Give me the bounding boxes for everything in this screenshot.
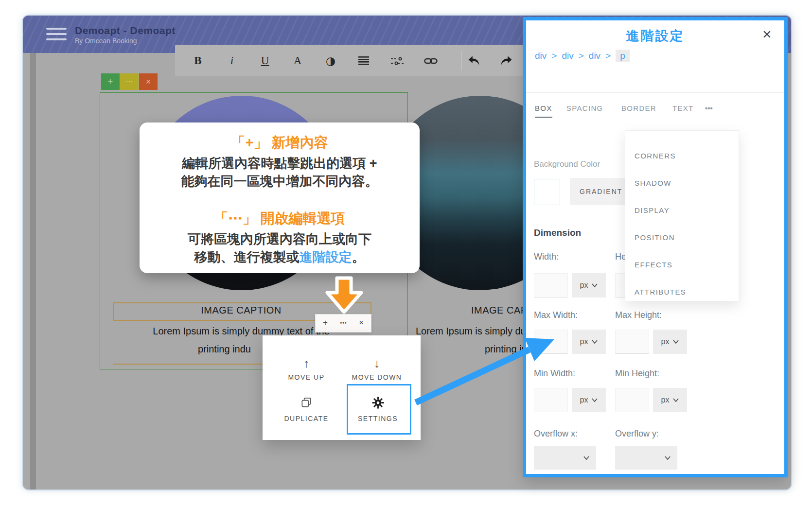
background-color-label: Background Color <box>534 159 600 169</box>
duplicate-icon <box>275 396 338 413</box>
width-unit-select[interactable]: px <box>572 273 606 298</box>
contrast-icon[interactable]: ◑ <box>321 52 340 69</box>
max-height-input[interactable] <box>615 330 649 354</box>
menu-item-move-down[interactable]: ↓ MOVE DOWN <box>345 355 408 381</box>
advanced-settings-panel: 進階設定 × div>div>div>p BOX SPACING BORDER … <box>523 17 788 477</box>
inline-more-button[interactable]: ⋯ <box>335 315 352 331</box>
block-delete-button[interactable]: × <box>139 73 158 90</box>
max-width-input[interactable] <box>534 330 568 354</box>
orange-pointer-arrow <box>321 276 368 316</box>
unit-label: px <box>661 396 670 404</box>
breadcrumb-item-p[interactable]: p <box>616 50 630 62</box>
unit-label: px <box>580 281 588 290</box>
block-context-menu: ↑ MOVE UP ↓ MOVE DOWN DUPLICATE <box>263 335 421 440</box>
tab-more-icon[interactable]: ••• <box>705 104 713 117</box>
underline-icon[interactable]: U <box>255 52 275 69</box>
hamburger-menu-icon[interactable] <box>46 28 67 41</box>
max-height-unit-select[interactable]: px <box>653 330 687 354</box>
width-label: Width: <box>534 252 559 262</box>
link-icon[interactable] <box>421 52 441 69</box>
dropdown-item-position[interactable]: POSITION <box>635 233 675 242</box>
callout-advanced-settings-link: 進階設定 <box>300 250 352 264</box>
panel-close-icon[interactable]: × <box>762 25 772 43</box>
min-height-label: Min Height: <box>615 368 659 379</box>
left-card-text-line2[interactable]: printing indu <box>198 344 251 355</box>
duplicate-label: DUPLICATE <box>275 415 338 422</box>
min-height-input[interactable] <box>615 388 649 412</box>
format-toolbar: B i U A ◑ <box>175 45 524 76</box>
breadcrumb-separator: > <box>551 51 557 61</box>
callout-heading-add: 「+」 新增內容 <box>140 133 420 153</box>
window-edge-shade <box>30 53 36 490</box>
overflow-y-select[interactable] <box>615 446 677 470</box>
max-width-unit-select[interactable]: px <box>572 330 606 354</box>
dropdown-item-effects[interactable]: EFFECTS <box>635 261 672 269</box>
color-swatch[interactable] <box>534 179 560 205</box>
breadcrumb-item-div1[interactable]: div <box>535 51 547 61</box>
dropdown-item-shadow[interactable]: SHADOW <box>635 179 671 187</box>
arrow-up-icon: ↑ <box>275 355 338 371</box>
chevron-down-icon <box>665 456 671 460</box>
move-down-label: MOVE DOWN <box>345 373 408 381</box>
chevron-down-icon <box>673 398 679 402</box>
arrow-down-icon: ↓ <box>345 355 408 371</box>
callout-line4-prefix: 移動、進行複製或 <box>194 250 300 264</box>
max-height-label: Max Height: <box>615 310 662 320</box>
bold-icon[interactable]: B <box>188 52 208 69</box>
sliders-icon[interactable] <box>388 52 407 69</box>
overflow-x-label: Overflow x: <box>534 429 578 439</box>
chevron-down-icon <box>592 398 598 402</box>
gear-icon <box>346 396 409 413</box>
width-input[interactable] <box>534 273 568 298</box>
dropdown-item-corners[interactable]: CORNERS <box>635 152 676 160</box>
breadcrumb-item-div2[interactable]: div <box>562 51 573 61</box>
more-tabs-dropdown: CORNERS SHADOW DISPLAY POSITION EFFECTS … <box>625 130 739 301</box>
tab-spacing[interactable]: SPACING <box>566 104 603 117</box>
chevron-down-icon <box>592 283 598 287</box>
callout-line4-suffix: 。 <box>352 250 365 264</box>
panel-divider <box>526 92 784 93</box>
justify-align-icon[interactable] <box>354 52 373 69</box>
inline-close-button[interactable]: × <box>353 315 370 331</box>
callout-text-line2: 能夠在同一區塊中增加不同內容。 <box>140 173 420 190</box>
callout-text-line1: 編輯所選內容時點擊跳出的選項 + <box>140 155 420 172</box>
block-add-button[interactable]: + <box>101 73 120 90</box>
dropdown-item-attributes[interactable]: ATTRIBUTES <box>635 288 686 296</box>
menu-item-settings[interactable]: SETTINGS <box>346 396 409 422</box>
block-more-button[interactable]: ⋯ <box>120 73 139 90</box>
menu-item-move-up[interactable]: ↑ MOVE UP <box>275 355 338 381</box>
tab-border[interactable]: BORDER <box>621 104 656 117</box>
inline-add-button[interactable]: + <box>317 315 334 331</box>
chevron-down-icon <box>583 456 589 460</box>
app-title: Demoapt - Demoapt <box>75 25 176 36</box>
breadcrumb-separator: > <box>579 51 584 61</box>
unit-label: px <box>580 337 588 346</box>
app-subtitle: By Omcean Booking <box>75 37 137 45</box>
unit-label: px <box>580 396 588 404</box>
undo-icon[interactable] <box>464 52 484 69</box>
dropdown-item-display[interactable]: DISPLAY <box>635 206 670 214</box>
unit-label: px <box>661 337 670 346</box>
min-width-label: Min Width: <box>534 368 575 379</box>
tab-box[interactable]: BOX <box>535 104 552 118</box>
chevron-down-icon <box>592 340 598 344</box>
callout-heading-more: 「⋯」 開啟編輯選項 <box>140 209 420 228</box>
chevron-down-icon <box>673 340 679 344</box>
min-width-input[interactable] <box>534 388 568 412</box>
move-up-label: MOVE UP <box>275 373 338 381</box>
callout-text-line3: 可將區塊內所選內容向上或向下 <box>140 230 420 248</box>
font-color-icon[interactable]: A <box>288 52 307 69</box>
menu-item-duplicate[interactable]: DUPLICATE <box>275 396 338 422</box>
tab-text[interactable]: TEXT <box>672 104 694 117</box>
inline-block-toolbar: + ⋯ × <box>315 314 371 332</box>
redo-icon[interactable] <box>496 52 516 69</box>
breadcrumb-item-div3[interactable]: div <box>589 51 600 61</box>
tutorial-callout: 「+」 新增內容 編輯所選內容時點擊跳出的選項 + 能夠在同一區塊中增加不同內容… <box>140 122 420 273</box>
min-width-unit-select[interactable]: px <box>572 388 606 412</box>
overflow-x-select[interactable] <box>534 446 596 470</box>
breadcrumb: div>div>div>p <box>535 51 630 61</box>
italic-icon[interactable]: i <box>222 52 242 69</box>
breadcrumb-separator: > <box>605 51 611 61</box>
overflow-y-label: Overflow y: <box>615 429 659 439</box>
min-height-unit-select[interactable]: px <box>653 388 687 412</box>
